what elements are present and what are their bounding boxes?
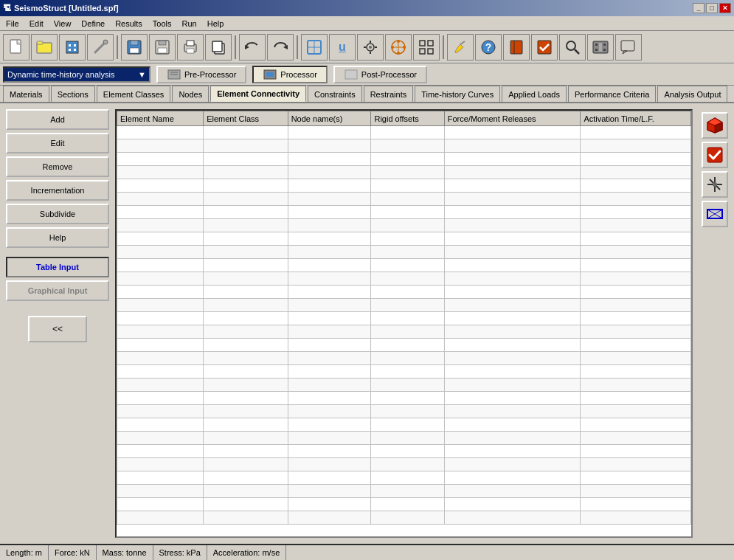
post-processor-button[interactable]: Post-Processor [333,66,427,83]
table-row[interactable] [117,485,691,498]
network-button[interactable] [385,34,412,61]
table-row[interactable] [117,498,691,511]
remove-button[interactable]: Remove [6,156,109,177]
tab-sections[interactable]: Sections [51,86,95,102]
table-row[interactable] [117,232,691,246]
subdivide-button[interactable]: Subdivide [6,204,109,224]
table-row[interactable] [117,166,691,179]
table-row[interactable] [117,153,691,166]
table-row[interactable] [117,259,691,272]
analysis-dropdown[interactable]: Dynamic time-history analysis ▼ [3,66,150,83]
menu-edit[interactable]: Edit [25,18,48,30]
table-row[interactable] [117,365,691,378]
help-button[interactable]: ? [475,34,502,61]
table-row[interactable] [117,458,691,471]
table-row[interactable] [117,312,691,325]
element-view-button[interactable] [702,201,728,227]
tab-analysis-output[interactable]: Analysis Output [657,86,727,102]
tab-element-classes[interactable]: Element Classes [97,86,171,102]
table-row[interactable] [117,405,691,418]
table-row[interactable] [117,392,691,405]
incrementation-button[interactable]: Incrementation [6,180,109,201]
table-row[interactable] [117,511,691,525]
settings-button[interactable] [357,34,384,61]
table-row[interactable] [117,272,691,286]
table-row[interactable] [117,299,691,312]
table-row[interactable] [117,206,691,219]
tab-time-history-curves[interactable]: Time-history Curves [415,86,500,102]
new-button[interactable] [3,34,30,61]
grid-button[interactable] [413,34,440,61]
table-row[interactable] [117,193,691,206]
save-button[interactable] [121,34,148,61]
print-button[interactable] [177,34,204,61]
minimize-button[interactable]: _ [693,3,704,13]
tab-applied-loads[interactable]: Applied Loads [502,86,567,102]
undo-button[interactable] [239,34,266,61]
building-button[interactable] [59,34,86,61]
tab-restraints[interactable]: Restraints [364,86,414,102]
table-row[interactable] [117,378,691,392]
menu-results[interactable]: Results [111,18,147,30]
table-row[interactable] [117,471,691,485]
table-row[interactable] [117,445,691,458]
menu-view[interactable]: View [49,18,76,30]
table-row[interactable] [117,219,691,232]
search-button[interactable] [559,34,586,61]
tab-materials[interactable]: Materials [3,86,49,102]
table-row[interactable] [117,339,691,352]
paint-button[interactable] [447,34,474,61]
table-row[interactable] [117,139,691,153]
menu-run[interactable]: Run [178,18,201,30]
3d-view-button[interactable] [702,112,728,139]
film-button[interactable] [587,34,614,61]
add-button[interactable]: Add [6,109,109,130]
element-connectivity-table: Element Name Element Class Node name(s) … [117,111,691,525]
table-row[interactable] [117,325,691,339]
svg-rect-17 [187,41,194,46]
back-button[interactable]: << [28,316,87,342]
table-input-button[interactable]: Table Input [6,257,109,277]
svg-rect-2 [37,41,43,44]
validate-button[interactable] [702,142,728,168]
help-action-button[interactable]: Help [6,227,109,248]
graphical-input-button[interactable]: Graphical Input [6,280,109,301]
close-button[interactable]: ✕ [719,3,731,13]
svg-point-73 [713,182,717,187]
svg-rect-53 [595,44,598,46]
saveas-button[interactable] [149,34,176,61]
book-button[interactable] [503,34,530,61]
table-row[interactable] [117,246,691,259]
copy-button[interactable] [205,34,232,61]
tab-nodes[interactable]: Nodes [172,86,209,102]
processor-button[interactable]: Processor [252,66,328,83]
redo-button[interactable] [267,34,294,61]
edit-button[interactable]: Edit [6,133,109,153]
table-row[interactable] [117,418,691,432]
check-button[interactable] [531,34,558,61]
tool-button[interactable] [87,34,114,61]
tab-constraints[interactable]: Constraints [308,86,362,102]
table-row[interactable] [117,352,691,365]
mode2d-button[interactable] [301,34,328,61]
main-content: Add Edit Remove Incrementation Subdivide… [0,103,734,544]
svg-rect-3 [66,41,78,53]
table-row[interactable] [117,179,691,193]
menu-help[interactable]: Help [203,18,229,30]
table-row[interactable] [117,286,691,299]
open-button[interactable] [31,34,58,61]
menu-define[interactable]: Define [77,18,109,30]
tab-performance-criteria[interactable]: Performance Criteria [568,86,656,102]
axis-button[interactable] [702,171,728,198]
table-row[interactable] [117,126,691,139]
chat-button[interactable] [615,34,642,61]
pre-processor-button[interactable]: Pre-Processor [156,66,246,83]
tab-element-connectivity[interactable]: Element Connectivity [210,86,306,102]
maximize-button[interactable]: □ [706,3,718,13]
tool-icon [91,38,109,56]
menu-file[interactable]: File [1,18,24,30]
u-button[interactable]: u [329,34,356,61]
table-row[interactable] [117,432,691,445]
svg-rect-11 [131,41,138,45]
menu-tools[interactable]: Tools [148,18,176,30]
